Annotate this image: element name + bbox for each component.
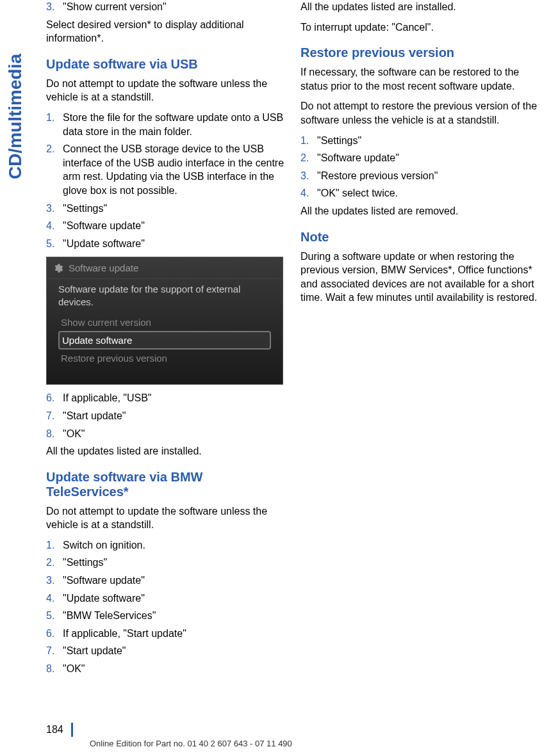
page-number: 184 (46, 724, 63, 736)
screenshot-menu-item: Restore previous version (58, 350, 271, 366)
page-footer: 184 (46, 723, 73, 737)
list-text: "Show current version" (63, 0, 167, 14)
list-text: "OK" (63, 662, 85, 676)
screenshot-menu-item: Show current version (58, 314, 271, 330)
usb-steps-list-2: 6.If applicable, "USB"7."Start update"8.… (46, 391, 285, 440)
paragraph: All the updates listed are installed. (300, 0, 539, 14)
list-item: 2.Connect the USB storage device to the … (46, 142, 285, 197)
footer-edition-text: Online Edition for Part no. 01 40 2 607 … (90, 739, 292, 748)
list-item: 5."Update software" (46, 237, 285, 251)
list-item: 7."Start update" (46, 644, 285, 658)
list-number: 2. (46, 556, 63, 570)
tele-steps-list: 1.Switch on ignition.2."Settings"3."Soft… (46, 538, 285, 676)
paragraph: If necessary, the software can be restor… (300, 65, 539, 93)
list-text: "OK" (63, 427, 85, 441)
list-item: 8."OK" (46, 662, 285, 676)
list-number: 5. (46, 237, 63, 251)
list-text: "Start update" (63, 409, 126, 423)
list-text: "Software update" (63, 219, 145, 233)
list-number: 2. (46, 142, 63, 197)
list-item: 4."Update software" (46, 591, 285, 606)
list-item: 7."Start update" (46, 409, 285, 423)
list-text: "BMW TeleServices" (63, 609, 156, 623)
paragraph: Do not attempt to restore the previous v… (300, 99, 539, 127)
screenshot-header: Software update (47, 257, 283, 279)
list-number: 5. (46, 609, 63, 623)
list-number: 3. (46, 202, 63, 216)
paragraph: During a software update or when restori… (300, 250, 539, 305)
gear-icon (53, 263, 63, 273)
restore-steps-list: 1."Settings"2."Software update"3."Restor… (300, 134, 539, 200)
list-text: Connect the USB storage device to the US… (63, 142, 285, 197)
list-item: 3."Settings" (46, 202, 285, 216)
screenshot-description: Software update for the support of exter… (58, 283, 271, 308)
screenshot-body: Software update for the support of exter… (47, 279, 283, 371)
list-text: "Software update" (317, 151, 399, 165)
list-text: Switch on ignition. (63, 538, 145, 552)
list-number: 4. (300, 186, 317, 200)
list-number: 2. (300, 151, 317, 165)
heading-update-usb: Update software via USB (46, 57, 285, 72)
paragraph: To interrupt update: "Cancel". (300, 20, 539, 35)
list-item: 3."Software update" (46, 574, 285, 588)
list-text: If applicable, "Start update" (63, 627, 186, 641)
list-number: 6. (46, 627, 63, 641)
list-text: If applicable, "USB" (63, 391, 152, 405)
usb-steps-list: 1.Store the file for the software update… (46, 111, 285, 250)
paragraph: All the updates listed are removed. (300, 204, 539, 218)
list-item: 2."Software update" (300, 151, 539, 165)
list-number: 7. (46, 409, 63, 423)
footer-divider (71, 723, 73, 737)
heading-note: Note (300, 230, 539, 245)
list-text: "Update software" (63, 591, 145, 606)
list-text: "Settings" (63, 556, 107, 570)
page-content: 3. "Show current version" Select desired… (46, 0, 539, 680)
right-column: All the updates listed are installed. To… (300, 0, 539, 680)
list-number: 3. (300, 169, 317, 183)
list-item: 1.Store the file for the software update… (46, 111, 285, 138)
list-item: 8."OK" (46, 427, 285, 441)
screenshot-menu-item: Update software (58, 331, 271, 350)
list-item: 3."Restore previous version" (300, 169, 539, 183)
list-number: 1. (46, 538, 63, 552)
list-item: 4."Software update" (46, 219, 285, 233)
list-item: 1."Settings" (300, 134, 539, 148)
list-text: "Settings" (317, 134, 361, 148)
list-text: "Restore previous version" (317, 169, 438, 183)
list-number: 4. (46, 219, 63, 233)
list-number: 6. (46, 391, 63, 405)
list-number: 1. (46, 111, 63, 138)
paragraph: Do not attempt to update the software un… (46, 504, 285, 532)
sidebar-section-label: CD/multimedia (5, 54, 26, 179)
paragraph: All the updates listed are installed. (46, 444, 285, 458)
list-text: "OK" select twice. (317, 186, 398, 200)
list-text: "Software update" (63, 574, 145, 588)
list-number: 1. (300, 134, 317, 148)
list-item: 6.If applicable, "Start update" (46, 627, 285, 641)
paragraph: Do not attempt to update the software un… (46, 77, 285, 104)
list-item: 6.If applicable, "USB" (46, 391, 285, 405)
list-item: 3. "Show current version" (46, 0, 285, 14)
list-item: 1.Switch on ignition. (46, 538, 285, 552)
list-item: 5."BMW TeleServices" (46, 609, 285, 623)
list-text: "Update software" (63, 237, 145, 251)
list-number: 8. (46, 427, 63, 441)
left-column: 3. "Show current version" Select desired… (46, 0, 285, 680)
list-number: 3. (46, 0, 63, 14)
paragraph: Select desired version* to display addit… (46, 18, 285, 45)
list-number: 8. (46, 662, 63, 676)
list-item: 2."Settings" (46, 556, 285, 570)
heading-update-teleservices: Update software via BMW TeleServices* (46, 470, 285, 499)
list-text: "Settings" (63, 202, 107, 216)
list-number: 3. (46, 574, 63, 588)
heading-restore: Restore previous version (300, 45, 539, 60)
screenshot-title: Software update (69, 262, 138, 273)
list-number: 4. (46, 591, 63, 606)
idrive-screenshot: Software update Software update for the … (46, 257, 283, 385)
list-text: "Start update" (63, 644, 126, 658)
list-item: 4."OK" select twice. (300, 186, 539, 200)
list-number: 7. (46, 644, 63, 658)
list-text: Store the file for the software update o… (63, 111, 285, 138)
